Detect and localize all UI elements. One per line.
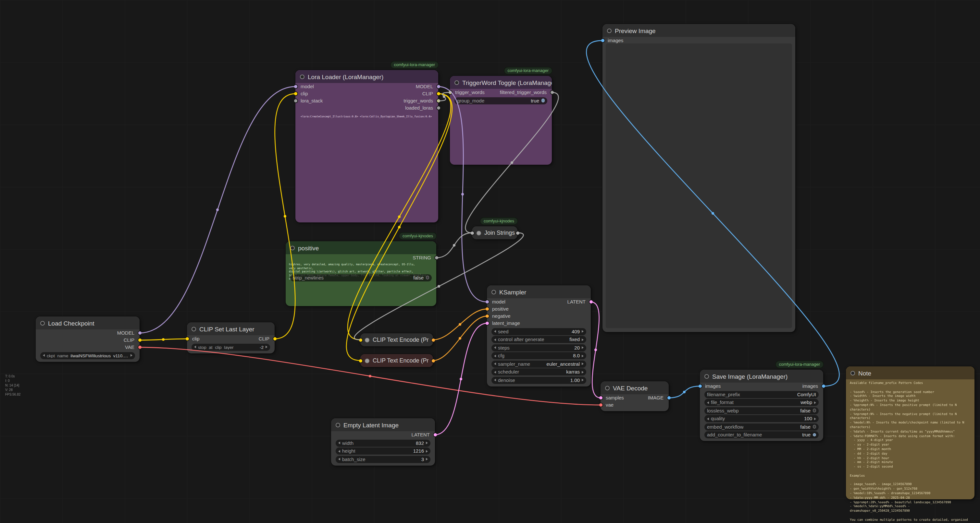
- increment-icon[interactable]: [582, 379, 584, 381]
- node-clip-text-encode-negative[interactable]: CLIP Text Encode (Pr: [360, 354, 433, 367]
- lora-syntax-text[interactable]: <lora:CreateConcept_Illustrious:0.8> <lo…: [301, 115, 433, 118]
- link-encode-neg-to-ksampler[interactable]: [433, 316, 487, 361]
- decrement-icon[interactable]: [338, 458, 340, 460]
- node-title-bar[interactable]: Note: [846, 366, 974, 379]
- next-option-icon[interactable]: [130, 354, 132, 357]
- widget-cfg[interactable]: cfg 8.0: [492, 352, 586, 359]
- node-positive-prompt[interactable]: comfyui-kjnodes positive STRING highres,…: [286, 241, 436, 306]
- output-port-filtered-trigger-words[interactable]: [550, 90, 554, 95]
- collapse-dot-icon[interactable]: [605, 385, 609, 390]
- prev-option-icon[interactable]: [494, 338, 496, 341]
- decrement-icon[interactable]: [494, 330, 496, 333]
- widget-control-after-generate[interactable]: control after generate fixed: [492, 336, 586, 343]
- widget-batch-size[interactable]: batch_size 3: [336, 456, 430, 463]
- node-title-bar[interactable]: positive: [286, 241, 436, 254]
- node-title-bar[interactable]: Join Strings: [472, 226, 517, 239]
- output-port-images[interactable]: [821, 384, 826, 388]
- node-graph-canvas[interactable]: T: 0.0s I: 0 N: 14 [14] V: 28 FPS:56.82 …: [0, 0, 980, 523]
- increment-icon[interactable]: [582, 330, 584, 333]
- widget-stop-at-clip-layer[interactable]: stop_at_clip_layer -2: [191, 343, 270, 350]
- increment-icon[interactable]: [266, 345, 267, 348]
- collapse-dot-icon[interactable]: [191, 326, 196, 331]
- decrement-icon[interactable]: [494, 346, 496, 349]
- prev-option-icon[interactable]: [707, 401, 709, 404]
- decrement-icon[interactable]: [194, 345, 196, 348]
- link-positive-to-joinstrings[interactable]: [436, 233, 472, 258]
- widget-width[interactable]: width 832: [336, 439, 430, 447]
- next-option-icon[interactable]: [582, 363, 584, 365]
- decrement-icon[interactable]: [494, 379, 496, 381]
- toggle-dot-icon[interactable]: [426, 276, 429, 279]
- widget-seed[interactable]: seed 409: [492, 328, 586, 335]
- collapsed-input-port[interactable]: [470, 231, 474, 235]
- input-port-samples[interactable]: [598, 396, 603, 400]
- widget-quality[interactable]: quality 100: [705, 415, 819, 422]
- increment-icon[interactable]: [426, 442, 428, 444]
- input-port-clip[interactable]: [185, 336, 189, 341]
- widget-strip-newlines[interactable]: strip_newlines false: [290, 274, 432, 281]
- next-option-icon[interactable]: [582, 371, 584, 373]
- collapsed-output-port[interactable]: [431, 358, 435, 363]
- widget-file-format[interactable]: file_format webp: [705, 399, 819, 406]
- widget-height[interactable]: height 1216: [336, 447, 430, 455]
- output-port-vae[interactable]: [137, 345, 142, 350]
- input-port-latent-image[interactable]: [485, 321, 489, 325]
- input-port-trigger-words[interactable]: [448, 90, 452, 95]
- link-ksampler-to-decode[interactable]: [591, 302, 601, 398]
- collapsed-output-port[interactable]: [515, 231, 520, 235]
- prev-option-icon[interactable]: [494, 363, 496, 365]
- node-title-bar[interactable]: Preview Image: [603, 24, 795, 37]
- collapse-dot-icon[interactable]: [300, 74, 304, 79]
- output-port-trigger-words[interactable]: [436, 98, 441, 103]
- collapsed-output-port[interactable]: [431, 338, 435, 342]
- collapse-dot-icon[interactable]: [705, 374, 709, 379]
- node-load-checkpoint[interactable]: Load Checkpoint MODEL CLIP VAE ckpt_name…: [36, 317, 140, 361]
- node-title-bar[interactable]: Lora Loader (LoraManager): [295, 70, 438, 83]
- widget-ckpt-name[interactable]: ckpt_name ilwaiNSFWIllustrious_v110.s...: [40, 352, 135, 359]
- input-port-images[interactable]: [600, 38, 605, 43]
- collapse-dot-icon[interactable]: [365, 358, 369, 363]
- output-port-loaded-loras[interactable]: [436, 106, 441, 110]
- node-clip-text-encode-positive[interactable]: CLIP Text Encode (Pr: [360, 333, 433, 346]
- link-latent-to-ksampler[interactable]: [435, 323, 487, 435]
- node-preview-image[interactable]: Preview Image images: [603, 24, 795, 332]
- node-title-bar[interactable]: CLIP Text Encode (Pr: [360, 333, 433, 346]
- widget-lossless-webp[interactable]: lossless_webp false: [705, 407, 819, 414]
- node-title-bar[interactable]: CLIP Set Last Layer: [187, 322, 275, 335]
- output-port-latent[interactable]: [589, 300, 593, 304]
- collapse-dot-icon[interactable]: [477, 231, 481, 235]
- collapse-dot-icon[interactable]: [851, 371, 855, 375]
- node-note[interactable]: Note Available filename_prefix Pattern C…: [846, 366, 974, 499]
- node-triggerword-toggle[interactable]: comfyui-lora-manager TriggerWord Toggle …: [450, 76, 552, 165]
- increment-icon[interactable]: [814, 417, 816, 420]
- increment-icon[interactable]: [582, 346, 584, 349]
- link-encode-pos-to-ksampler[interactable]: [433, 309, 487, 340]
- node-ksampler[interactable]: KSampler model LATENT positive negative …: [487, 285, 591, 386]
- output-port-model[interactable]: [137, 331, 142, 335]
- input-port-model[interactable]: [293, 84, 298, 89]
- node-title-bar[interactable]: CLIP Text Encode (Pr: [360, 354, 433, 367]
- decrement-icon[interactable]: [338, 450, 340, 452]
- output-port-string[interactable]: [434, 255, 439, 260]
- input-port-images[interactable]: [698, 384, 702, 388]
- toggle-dot-icon[interactable]: [813, 425, 816, 429]
- toggle-dot-icon[interactable]: [813, 433, 816, 437]
- collapse-dot-icon[interactable]: [607, 28, 612, 33]
- decrement-icon[interactable]: [707, 417, 709, 420]
- node-title-bar[interactable]: Save Image (LoraManager): [700, 369, 823, 383]
- toggle-dot-icon[interactable]: [541, 99, 545, 103]
- node-vae-decode[interactable]: VAE Decode samples IMAGE vae: [601, 381, 669, 411]
- collapsed-input-port[interactable]: [358, 338, 363, 342]
- widget-steps[interactable]: steps 20: [492, 344, 586, 351]
- toggle-dot-icon[interactable]: [813, 409, 816, 412]
- decrement-icon[interactable]: [494, 354, 496, 357]
- input-port-lora-stack[interactable]: [293, 98, 298, 103]
- output-port-model[interactable]: [436, 84, 441, 89]
- output-port-clip[interactable]: [272, 336, 277, 341]
- node-title-bar[interactable]: Empty Latent Image: [331, 418, 435, 431]
- collapsed-input-port[interactable]: [358, 358, 363, 363]
- node-title-bar[interactable]: KSampler: [487, 285, 591, 298]
- link-checkpoint-clip-to-setlayer[interactable]: [140, 339, 187, 340]
- next-option-icon[interactable]: [814, 401, 816, 404]
- input-port-vae[interactable]: [598, 403, 603, 407]
